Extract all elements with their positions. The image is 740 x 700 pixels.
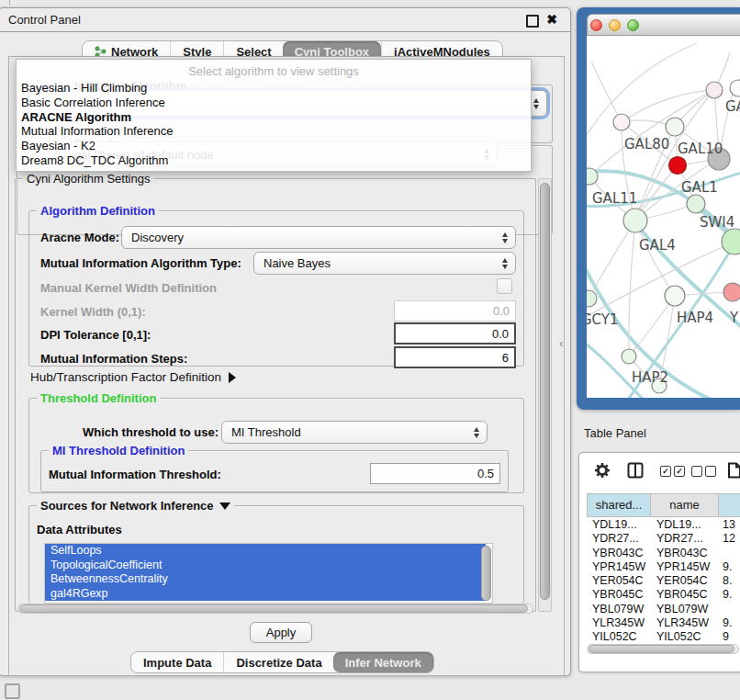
cell[interactable]: YDL19... — [587, 518, 651, 532]
aracne-mode-combo[interactable]: Discovery — [121, 226, 516, 249]
scrollbar-thumb[interactable] — [589, 645, 734, 653]
restore-panel-icon[interactable] — [5, 683, 20, 699]
tab-discretize-data[interactable]: Discretize Data — [223, 652, 333, 672]
list-item[interactable]: gal4RGexp — [45, 587, 486, 602]
network-node-red[interactable] — [669, 157, 687, 175]
cell[interactable]: YLR345W — [587, 616, 651, 630]
cell[interactable]: 13 — [719, 518, 740, 532]
split-columns-icon[interactable] — [627, 462, 644, 482]
cell[interactable]: 9. — [719, 616, 740, 630]
settings-horizontal-scrollbar[interactable] — [17, 604, 533, 614]
cell[interactable]: 12 — [719, 532, 740, 546]
tab-impute-data[interactable]: Impute Data — [131, 652, 223, 672]
network-node[interactable] — [613, 114, 630, 130]
splitpane-collapse-arrow[interactable]: ‹ — [559, 336, 563, 350]
cell[interactable]: 9 — [719, 630, 740, 640]
close-traffic-light-icon[interactable] — [590, 19, 602, 31]
cell[interactable]: 9. — [719, 560, 740, 574]
network-node[interactable] — [587, 168, 598, 185]
hub-definition-expander[interactable]: Hub/Transcription Factor Definition — [30, 370, 236, 384]
network-canvas[interactable]: GAL GAL80 GAL10 GAL1 GAL11 SWI4 GAL4 GCY… — [587, 36, 740, 398]
network-node[interactable] — [706, 82, 723, 98]
cell[interactable]: YBR045C — [651, 588, 719, 602]
network-node-salmon[interactable] — [723, 283, 740, 301]
network-node[interactable] — [587, 290, 597, 307]
dropdown-item[interactable]: Basic Correlation Inference — [17, 96, 531, 110]
dropdown-item-selected[interactable]: ARACNE Algorithm — [17, 110, 531, 125]
settings-vertical-scrollbar[interactable] — [538, 178, 552, 612]
network-node[interactable] — [622, 349, 636, 364]
mi-steps-input[interactable] — [394, 346, 516, 368]
kernel-width-input[interactable] — [394, 300, 516, 322]
table-row[interactable]: YDR27...YDR27...12 — [587, 532, 740, 546]
table-row[interactable]: YBR043CYBR043C — [587, 547, 740, 560]
dropdown-item[interactable]: Bayesian - Hill Climbing — [17, 81, 531, 96]
cell[interactable]: 9. — [719, 588, 740, 602]
network-node[interactable] — [623, 209, 647, 232]
cell[interactable]: YBR043C — [651, 547, 719, 560]
mi-type-combo[interactable]: Naive Bayes — [253, 252, 516, 275]
tab-infer-network[interactable]: Infer Network — [333, 652, 433, 672]
cell[interactable]: YIL052C — [651, 630, 719, 640]
table-row[interactable]: YBR045CYBR045C9. — [587, 588, 740, 602]
list-item[interactable]: TopologicalCoefficient — [45, 559, 486, 573]
manual-kernel-checkbox[interactable] — [497, 278, 512, 294]
cell[interactable] — [719, 547, 740, 560]
network-window-titlebar[interactable] — [587, 14, 740, 36]
tab-discretize-data-label: Discretize Data — [236, 656, 321, 670]
dropdown-item[interactable]: Bayesian - K2 — [17, 139, 531, 153]
list-item[interactable]: SelfLoops — [45, 544, 486, 559]
gear-icon[interactable] — [594, 462, 611, 482]
cell[interactable]: YDR27... — [587, 532, 651, 546]
column-header-shared-name[interactable]: shared... — [587, 493, 651, 517]
cell[interactable]: YBL079W — [651, 603, 719, 616]
cell[interactable]: 8. — [719, 574, 740, 588]
select-all-columns-icon[interactable]: ✓✓ — [660, 466, 685, 477]
list-vertical-scrollbar[interactable] — [481, 546, 491, 601]
table-row[interactable]: YBL079WYBL079W — [587, 603, 740, 616]
table-row[interactable]: YDL19...YDL19...13 — [587, 518, 740, 532]
network-node[interactable] — [687, 195, 705, 213]
cell[interactable]: YPR145W — [651, 560, 719, 574]
table-row[interactable]: YPR145WYPR145W9. — [587, 560, 740, 574]
cell[interactable]: YER054C — [651, 574, 719, 588]
table-row[interactable]: YER054CYER054C8. — [587, 574, 740, 588]
dropdown-item[interactable]: Dream8 DC_TDC Algorithm — [17, 153, 531, 168]
table-row[interactable]: YIL052CYIL052C9 — [587, 630, 740, 640]
table-browser-window: ✓✓ shared... name YDL19...YDL19...13 YDR… — [578, 452, 740, 672]
control-panel-title: Control Panel — [0, 13, 81, 27]
cell[interactable]: YBL079W — [587, 603, 651, 616]
float-window-icon[interactable] — [526, 15, 539, 28]
list-item[interactable]: BetweennessCentrality — [45, 572, 486, 587]
apply-button[interactable]: Apply — [250, 622, 312, 643]
zoom-traffic-light-icon[interactable] — [627, 19, 639, 31]
cell[interactable]: YER054C — [587, 574, 651, 588]
cell[interactable]: YBR045C — [587, 588, 651, 602]
dpi-tolerance-input[interactable] — [394, 322, 516, 344]
network-node[interactable] — [666, 118, 684, 136]
network-node[interactable] — [665, 286, 685, 306]
table-horizontal-scrollbar[interactable] — [587, 644, 739, 654]
cell[interactable]: YPR145W — [587, 560, 651, 574]
new-table-icon[interactable] — [726, 462, 740, 482]
minimize-traffic-light-icon[interactable] — [609, 19, 621, 31]
dropdown-item[interactable]: Mutual Information Inference — [17, 124, 531, 139]
desktop: { "colors": { "selection_blue": "#3d6ed0… — [0, 0, 740, 700]
column-header-name[interactable]: name — [651, 493, 719, 517]
cell[interactable]: YBR043C — [587, 547, 651, 560]
cell[interactable] — [719, 603, 740, 616]
network-node[interactable] — [730, 80, 740, 96]
cell[interactable]: YLR345W — [651, 616, 719, 630]
column-header-partial[interactable] — [719, 493, 740, 517]
mi-threshold-input[interactable] — [370, 463, 500, 484]
unselect-all-columns-icon[interactable] — [691, 466, 716, 477]
close-icon[interactable]: ✖ — [546, 12, 557, 27]
node-label: GAL4 — [639, 237, 676, 254]
cell[interactable]: YDR27... — [651, 532, 719, 546]
which-threshold-combo[interactable]: MI Threshold — [221, 421, 488, 444]
scrollbar-thumb[interactable] — [540, 183, 550, 600]
cell[interactable]: YDL19... — [651, 518, 719, 532]
table-row[interactable]: YLR345WYLR345W9. — [587, 616, 740, 630]
scrollbar-thumb[interactable] — [19, 604, 528, 613]
cell[interactable]: YIL052C — [587, 630, 651, 640]
